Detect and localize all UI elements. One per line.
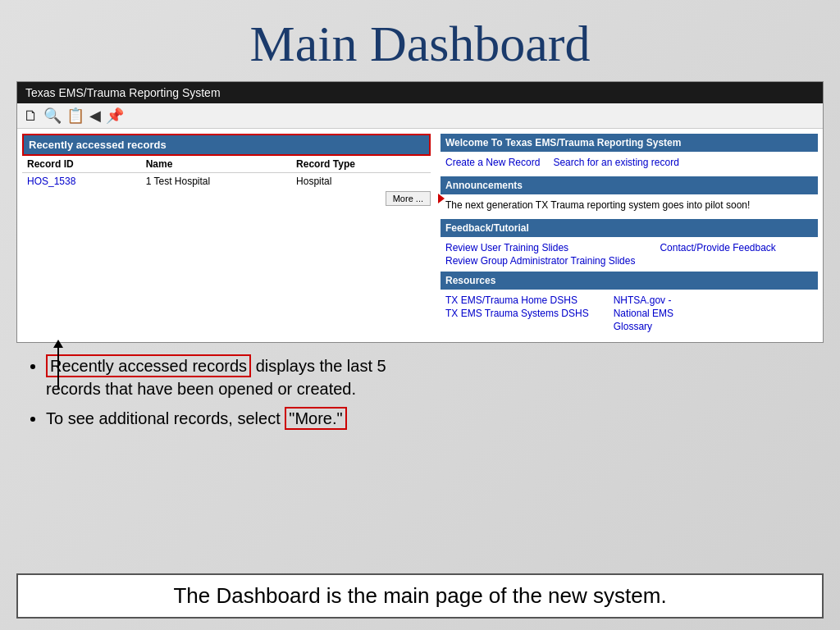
clipboard-icon[interactable]: 📋	[66, 107, 84, 125]
glossary-link[interactable]: Glossary	[614, 321, 673, 332]
annotation-area: Recently accessed records displays the l…	[16, 354, 824, 560]
feedback-links-col: Review User Training Slides Review Group…	[445, 242, 635, 267]
search-record-link[interactable]: Search for an existing record	[553, 157, 678, 168]
pin-icon[interactable]: 📌	[106, 107, 124, 125]
resources-col-left: TX EMS/Trauma Home DSHS TX EMS Trauma Sy…	[445, 294, 589, 332]
record-name-cell: 1 Test Hospital	[141, 173, 291, 190]
more-button[interactable]: More ...	[386, 191, 431, 206]
welcome-links: Create a New Record Search for an existi…	[441, 155, 818, 173]
ems-home-dshs-link[interactable]: TX EMS/Trauma Home DSHS	[445, 294, 589, 306]
record-type-cell: Hospital	[291, 173, 431, 190]
announcements-text: The next generation TX Trauma reporting …	[441, 198, 818, 216]
left-panel: Recently accessed records Record ID Name…	[17, 129, 436, 342]
file-icon[interactable]: 🗋	[24, 107, 39, 125]
more-btn-row: More ...	[22, 191, 431, 206]
national-ems-link[interactable]: National EMS	[614, 308, 673, 319]
create-record-link[interactable]: Create a New Record	[445, 157, 540, 168]
table-row: HOS_1538 1 Test Hospital Hospital	[22, 173, 431, 190]
announcements-section: Announcements The next generation TX Tra…	[441, 176, 818, 216]
contact-feedback-link[interactable]: Contact/Provide Feedback	[660, 242, 775, 253]
resources-section: Resources TX EMS/Trauma Home DSHS TX EMS…	[441, 272, 818, 334]
arrow-shaft	[57, 348, 59, 389]
annotation-bullet-2: To see additional records, select "More.…	[46, 407, 435, 430]
recently-accessed-highlight: Recently accessed records	[46, 354, 251, 377]
nhtsa-link[interactable]: NHTSA.gov -	[614, 294, 673, 306]
dashboard-body: Recently accessed records Record ID Name…	[17, 129, 823, 342]
table-header-row: Record ID Name Record Type	[22, 156, 431, 173]
feedback-links: Review User Training Slides Review Group…	[441, 240, 818, 268]
slide-content: Texas EMS/Trauma Reporting System 🗋 🔍 📋 …	[0, 81, 840, 568]
bottom-caption: The Dashboard is the main page of the ne…	[16, 573, 824, 619]
welcome-header: Welcome To Texas EMS/Trauma Reporting Sy…	[441, 134, 818, 152]
slide-title: Main Dashboard	[0, 0, 840, 81]
app-window: Texas EMS/Trauma Reporting System 🗋 🔍 📋 …	[16, 81, 824, 343]
right-panel: Welcome To Texas EMS/Trauma Reporting Sy…	[436, 129, 823, 342]
annotation-left: Recently accessed records displays the l…	[21, 354, 440, 560]
group-admin-link[interactable]: Review Group Administrator Training Slid…	[445, 255, 635, 267]
records-table: Record ID Name Record Type HOS_1538 1 Te…	[22, 156, 431, 189]
welcome-section: Welcome To Texas EMS/Trauma Reporting Sy…	[441, 134, 818, 173]
resources-links: TX EMS/Trauma Home DSHS TX EMS Trauma Sy…	[441, 293, 818, 334]
ems-trauma-dshs-link[interactable]: TX EMS Trauma Systems DSHS	[445, 308, 589, 319]
app-toolbar: 🗋 🔍 📋 ◀ 📌	[17, 103, 823, 129]
back-icon[interactable]: ◀	[89, 107, 101, 125]
app-titlebar: Texas EMS/Trauma Reporting System	[17, 82, 823, 103]
col-header-id: Record ID	[22, 156, 141, 173]
search-icon[interactable]: 🔍	[43, 107, 62, 125]
feedback-section: Feedback/Tutorial Review User Training S…	[441, 219, 818, 268]
annotation-bullet-1: Recently accessed records displays the l…	[46, 354, 435, 400]
feedback-header: Feedback/Tutorial	[441, 219, 818, 237]
resources-col-right: NHTSA.gov - National EMS Glossary	[614, 294, 673, 332]
app-titlebar-text: Texas EMS/Trauma Reporting System	[25, 86, 221, 99]
annotation-list: Recently accessed records displays the l…	[26, 354, 435, 430]
bullet2-start: To see additional records, select	[46, 409, 285, 427]
col-header-type: Record Type	[291, 156, 431, 173]
announcements-header: Announcements	[441, 176, 818, 194]
arrow-head	[53, 340, 63, 348]
col-header-name: Name	[141, 156, 291, 173]
slide: Main Dashboard Texas EMS/Trauma Reportin…	[0, 0, 840, 630]
training-slides-link[interactable]: Review User Training Slides	[445, 242, 635, 253]
record-id-cell[interactable]: HOS_1538	[22, 173, 141, 190]
more-highlight: "More."	[285, 407, 346, 430]
feedback-links-col2: Contact/Provide Feedback	[660, 242, 775, 267]
resources-header: Resources	[441, 272, 818, 290]
recently-accessed-header: Recently accessed records	[22, 134, 431, 156]
